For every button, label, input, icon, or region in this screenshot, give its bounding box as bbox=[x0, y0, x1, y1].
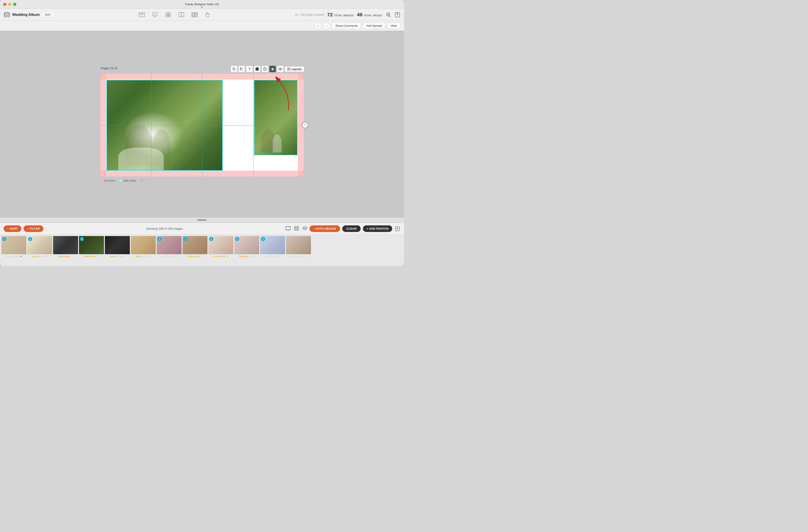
color-tool-button[interactable] bbox=[254, 66, 260, 72]
book-tool[interactable] bbox=[178, 11, 185, 18]
show-comments-button[interactable]: Show Comments bbox=[332, 23, 361, 29]
add-spread-circle-button[interactable]: + bbox=[302, 122, 308, 128]
layouts-button[interactable]: Layouts bbox=[284, 66, 304, 72]
svg-rect-10 bbox=[166, 15, 168, 17]
thumb-heart-10[interactable]: ♥ bbox=[253, 255, 254, 258]
comment-tool[interactable] bbox=[152, 11, 159, 18]
thumb-badge-11: 1 bbox=[261, 237, 265, 241]
eye-tool-button[interactable] bbox=[277, 66, 284, 72]
export-tool-button[interactable] bbox=[261, 66, 268, 72]
svg-rect-28 bbox=[256, 68, 259, 71]
thumbnail-11[interactable]: 1★★★★★♥ bbox=[260, 236, 285, 258]
grid-tool[interactable] bbox=[165, 11, 171, 18]
thumbnail-10[interactable]: 1★★★★★♥ bbox=[234, 236, 259, 258]
add-spread-button[interactable]: Add Spread bbox=[363, 23, 385, 29]
thumb-stars-2[interactable]: ★★★★★ bbox=[32, 255, 44, 258]
layout-tool[interactable] bbox=[191, 11, 198, 18]
zoom-tool-button[interactable] bbox=[231, 66, 237, 72]
spread-canvas bbox=[100, 73, 304, 177]
pages-label: Pages 23-24 bbox=[101, 67, 117, 70]
close-button[interactable] bbox=[3, 3, 6, 6]
add-photos-button[interactable]: + ADD PHOTOS bbox=[363, 225, 392, 232]
bottom-panel: ‹ SORT ‹ FILTER Showing 109 of 109 image… bbox=[0, 222, 404, 266]
zoom-icon[interactable] bbox=[385, 12, 391, 18]
crop-tool-button[interactable] bbox=[238, 66, 245, 72]
sort-button[interactable]: ‹ SORT bbox=[4, 225, 21, 232]
cut-zone-label: Cut Zone bbox=[104, 179, 115, 182]
clear-button[interactable]: CLEAR bbox=[342, 225, 361, 232]
thumb-heart-6[interactable]: ♥ bbox=[149, 255, 151, 258]
thumbnail-6[interactable]: ★★★★★♥ bbox=[131, 236, 156, 258]
minimize-button[interactable] bbox=[8, 3, 11, 6]
thumbnail-4[interactable]: 1★★★★★♥ bbox=[79, 236, 104, 258]
canvas-header: Pages 23-24 bbox=[100, 66, 304, 72]
thumbnail-9[interactable]: 1★★★★★♥ bbox=[208, 236, 233, 258]
thumb-stars-1[interactable]: ★★★★★ bbox=[6, 255, 18, 258]
auto-design-back-icon: ‹ bbox=[314, 227, 315, 231]
filter-button[interactable]: ‹ FILTER bbox=[24, 225, 43, 232]
view-button[interactable]: View bbox=[387, 23, 400, 29]
text-tool-button[interactable]: T bbox=[246, 66, 253, 72]
share-icon[interactable] bbox=[394, 12, 400, 18]
thumb-heart-7[interactable]: ♥ bbox=[175, 255, 177, 258]
grid-view-icon[interactable] bbox=[294, 226, 299, 232]
svg-rect-42 bbox=[289, 230, 290, 231]
thumb-rating-row-8: ★★★★★♥ bbox=[187, 255, 202, 258]
size-selector[interactable]: 5x5 / bbox=[42, 12, 54, 17]
thumb-badge-9: 1 bbox=[209, 237, 213, 241]
thumb-rating-row-11: ★★★★★♥ bbox=[265, 255, 280, 258]
svg-point-30 bbox=[278, 68, 282, 70]
thumbnail-12[interactable]: ★★★★★♥ bbox=[286, 236, 311, 258]
thumbnail-2[interactable]: 1★★★★★♥ bbox=[27, 236, 52, 258]
total-images-block: 72 TOTAL IMAGES bbox=[327, 12, 354, 18]
thumb-heart-9[interactable]: ♥ bbox=[227, 255, 228, 258]
thumb-stars-9[interactable]: ★★★★★ bbox=[213, 255, 225, 258]
thumb-stars-12[interactable]: ★★★★★ bbox=[291, 255, 303, 258]
auto-design-button[interactable]: ‹ AUTO DESIGN bbox=[310, 225, 340, 232]
thumb-image-8: 1 bbox=[183, 236, 207, 254]
thumb-stars-7[interactable]: ★★★★★ bbox=[161, 255, 173, 258]
svg-rect-34 bbox=[289, 69, 290, 70]
svg-rect-45 bbox=[294, 229, 296, 231]
thumb-stars-8[interactable]: ★★★★★ bbox=[187, 255, 200, 258]
maximize-button[interactable] bbox=[13, 3, 16, 6]
thumb-stars-6[interactable]: ★★★★★ bbox=[135, 255, 148, 258]
layers-icon[interactable] bbox=[302, 226, 307, 232]
thumb-stars-4[interactable]: ★★★★★ bbox=[84, 255, 96, 258]
thumbnail-7[interactable]: 1★★★★★♥ bbox=[157, 236, 182, 258]
photo-slot-right[interactable] bbox=[254, 80, 297, 155]
thumb-heart-12[interactable]: ♥ bbox=[305, 255, 306, 258]
thumb-heart-1[interactable]: ♥ bbox=[20, 255, 21, 258]
filmstrip-icon[interactable] bbox=[286, 226, 291, 232]
thumb-badge-10: 1 bbox=[235, 237, 239, 241]
legend-help-icon[interactable]: ? bbox=[140, 179, 144, 183]
thumb-heart-2[interactable]: ♥ bbox=[45, 255, 47, 258]
hand-tool[interactable] bbox=[204, 11, 211, 18]
thumb-heart-11[interactable]: ♥ bbox=[278, 255, 280, 258]
svg-point-6 bbox=[155, 14, 155, 14]
thumb-stars-11[interactable]: ★★★★★ bbox=[265, 255, 277, 258]
thumbnail-3[interactable]: ★★★★★♥ bbox=[53, 236, 78, 258]
thumb-heart-5[interactable]: ♥ bbox=[123, 255, 125, 258]
thumb-stars-10[interactable]: ★★★★★ bbox=[239, 255, 251, 258]
thumb-stars-3[interactable]: ★★★★★ bbox=[58, 255, 70, 258]
thumbnail-5[interactable]: ★★★★★♥ bbox=[105, 236, 130, 258]
total-pages-label: TOTAL PAGES bbox=[364, 14, 382, 17]
photo-strip: 1★★★★★♥1★★★★★♥★★★★★♥1★★★★★♥★★★★★♥★★★★★♥1… bbox=[0, 235, 404, 266]
thumb-heart-4[interactable]: ♥ bbox=[97, 255, 99, 258]
thumb-heart-8[interactable]: ♥ bbox=[201, 255, 202, 258]
svg-point-31 bbox=[280, 69, 281, 70]
thumbnail-8[interactable]: 1★★★★★♥ bbox=[183, 236, 207, 258]
bottom-toolbar: ‹ SORT ‹ FILTER Showing 109 of 109 image… bbox=[0, 223, 404, 235]
guide-third-2 bbox=[253, 74, 254, 177]
export-icon[interactable] bbox=[394, 226, 400, 232]
photo-slot-left[interactable] bbox=[107, 80, 223, 171]
thumb-heart-3[interactable]: ♥ bbox=[72, 255, 73, 258]
thumbnail-1[interactable]: 1★★★★★♥ bbox=[1, 236, 26, 258]
panel-drag-handle[interactable] bbox=[0, 217, 404, 222]
next-spread-button[interactable]: › bbox=[323, 22, 330, 29]
pin-tool-button[interactable] bbox=[269, 66, 276, 72]
thumb-stars-5[interactable]: ★★★★★ bbox=[110, 255, 122, 258]
prev-spread-button[interactable]: ‹ bbox=[315, 22, 322, 29]
album-tool-1[interactable] bbox=[139, 11, 145, 18]
